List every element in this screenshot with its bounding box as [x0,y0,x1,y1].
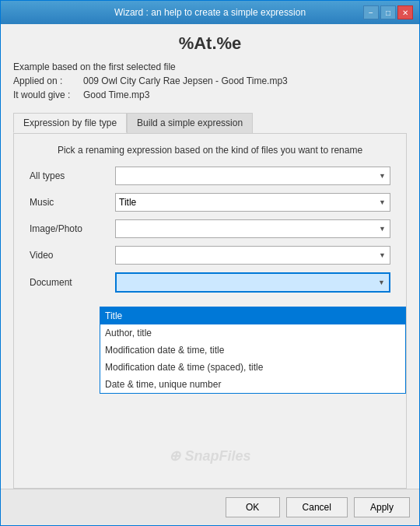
tab-content-panel: Pick a renaming expression based on the … [13,133,407,489]
dropdown-item-title[interactable]: Title [100,307,405,324]
tab-description: Pick a renaming expression based on the … [30,145,390,156]
form-row-music: Music Title [30,193,390,212]
applied-on-label: Applied on : [13,75,83,86]
dropdown-item-mod-date-time-title[interactable]: Modification date & time, title [100,342,405,359]
select-video[interactable] [115,246,390,265]
apply-button[interactable]: Apply [354,497,410,517]
window-title: Wizard : an help to create a simple expr… [57,7,363,18]
applied-on-value: 009 Owl City Carly Rae Jepsen - Good Tim… [83,75,288,86]
content-area: %At.%e Example based on the first select… [1,24,419,489]
window-controls: − □ ✕ [363,5,413,19]
select-document[interactable] [116,273,390,292]
maximize-button[interactable]: □ [380,5,396,19]
select-image-photo[interactable] [115,219,390,238]
info-section: Example based on the first selected file… [13,61,407,103]
ok-button[interactable]: OK [226,497,280,517]
main-window: Wizard : an help to create a simple expr… [0,0,420,526]
expression-display: %At.%e [13,33,407,54]
applied-on-row: Applied on : 009 Owl City Carly Rae Jeps… [13,75,407,86]
form-row-image-photo: Image/Photo [30,219,390,238]
watermark: ⊕ SnapFiles [169,447,250,465]
form-row-video: Video [30,246,390,265]
select-wrapper-image-photo [115,219,390,238]
tabs-container: Expression by file type Build a simple e… [13,113,407,133]
example-row: Example based on the first selected file [13,61,407,72]
minimize-button[interactable]: − [363,5,379,19]
select-wrapper-video [115,246,390,265]
dropdown-item-date-time-unique[interactable]: Date & time, unique number [100,376,405,393]
document-dropdown: Title Author, title Modification date & … [100,307,406,394]
select-wrapper-document [115,272,390,293]
tab-build-simple-expression[interactable]: Build a simple expression [127,113,253,133]
label-music: Music [30,197,115,208]
select-wrapper-music: Title [115,193,390,212]
title-bar: Wizard : an help to create a simple expr… [1,1,419,24]
it-would-give-row: It would give : Good Time.mp3 [13,89,407,100]
select-all-types[interactable] [115,167,390,185]
close-button[interactable]: ✕ [397,5,413,19]
label-image-photo: Image/Photo [30,223,115,234]
dropdown-item-author-title[interactable]: Author, title [100,324,405,342]
select-wrapper-all-types [115,167,390,185]
dropdown-item-mod-date-time-spaced[interactable]: Modification date & time (spaced), title [100,359,405,376]
footer: OK Cancel Apply [1,489,419,525]
label-video: Video [30,250,115,261]
cancel-button[interactable]: Cancel [286,497,348,517]
example-label: Example based on the first selected file [13,61,176,72]
select-music[interactable]: Title [115,193,390,212]
tab-expression-by-file-type[interactable]: Expression by file type [13,113,127,133]
label-all-types: All types [30,170,115,181]
it-would-give-label: It would give : [13,89,83,100]
form-row-all-types: All types [30,167,390,185]
form-row-document: Document [30,272,390,293]
it-would-give-value: Good Time.mp3 [83,89,149,100]
label-document: Document [30,277,115,288]
